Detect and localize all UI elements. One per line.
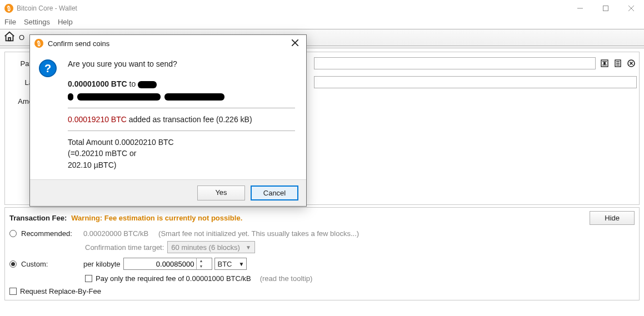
fee-header: Transaction Fee: Warning: Fee estimation… [9,211,635,225]
confirmation-target-label: Confirmation time target: [85,243,164,252]
confirmation-target-value: 60 minutes (6 blocks) [171,243,240,252]
redacted-address [77,93,161,101]
toolbar-tab-label[interactable]: O [19,33,24,42]
custom-fee-value[interactable] [124,259,196,269]
dialog-titlebar: ₿ Confirm send coins [30,35,306,52]
window-title: Bitcoin Core - Wallet [17,4,77,12]
dialog-buttons: Yes Cancel [30,179,306,206]
menu-help[interactable]: Help [58,18,73,26]
recommended-row: Recommended: 0.00020000 BTC/kB (Smart fe… [9,229,635,238]
recommended-note: (Smart fee not initialized yet. This usu… [158,229,359,238]
recommended-label: Recommended: [21,229,83,238]
yes-button[interactable]: Yes [197,185,245,200]
fee-amount: 0.00019210 BTC [68,115,127,124]
svg-rect-1 [603,6,608,11]
menu-settings[interactable]: Settings [24,18,50,26]
send-amount: 0.00001000 BTC [68,79,127,88]
hide-button[interactable]: Hide [590,211,635,225]
dialog-body: ? Are you sure you want to send? 0.00001… [30,52,306,179]
to-word: to [127,79,136,88]
pay-to-input[interactable] [314,57,596,69]
recommended-value: 0.00020000 BTC/kB [83,229,148,238]
pay-to-actions [599,58,637,69]
label-input[interactable] [314,76,637,88]
total-line: Total Amount 0.00020210 BTC [68,137,295,148]
overview-icon[interactable] [3,31,16,44]
fee-rest: added as transaction fee (0.226 kB) [127,115,252,124]
close-button[interactable] [618,0,644,17]
custom-radio[interactable] [9,260,17,268]
total-conversion-1: (=0.20210 mBTC or [68,148,295,159]
chevron-down-icon: ▼ [246,244,251,250]
pay-only-required-row: Pay only the required fee of 0.00001000 … [85,274,635,283]
cancel-button[interactable]: Cancel [251,185,298,200]
recommended-radio[interactable] [9,230,17,237]
paste-icon[interactable] [612,58,623,69]
fee-line: 0.00019210 BTC added as transaction fee … [68,114,295,125]
dialog-close-button[interactable] [288,38,302,48]
clear-icon[interactable] [626,58,637,69]
spinner-arrows[interactable]: ▲▼ [196,258,205,269]
read-tooltip-label: (read the tooltip) [260,274,313,283]
redacted-address [68,93,73,101]
maximize-button[interactable] [593,0,618,17]
confirm-send-dialog: ₿ Confirm send coins ? Are you sure you … [29,34,307,207]
rbf-label: Request Replace-By-Fee [20,287,101,295]
divider [68,131,295,131]
pay-only-required-label: Pay only the required fee of 0.00001000 … [96,274,251,283]
rbf-checkbox[interactable] [9,288,17,295]
dialog-title: Confirm send coins [48,39,109,48]
question-icon: ? [39,59,57,77]
transaction-fee-panel: Transaction Fee: Warning: Fee estimation… [4,207,640,300]
redacted-address-line [68,91,295,102]
svg-rect-4 [8,38,11,41]
bitcoin-icon: ₿ [4,3,14,14]
confirmation-target-select[interactable]: 60 minutes (6 blocks) ▼ [167,241,254,253]
rbf-row: Request Replace-By-Fee [9,287,635,295]
pay-only-required-checkbox[interactable] [85,275,92,282]
redacted-recipient [138,81,157,88]
custom-label: Custom: [21,260,83,268]
window-controls [567,0,644,17]
total-conversion-2: 202.10 µBTC) [68,159,295,170]
menu-file[interactable]: File [4,18,16,26]
custom-fee-input[interactable]: ▲▼ [123,258,212,270]
custom-row: Custom: per kilobyte ▲▼ BTC ▼ [9,258,635,270]
svg-point-6 [604,63,606,64]
fee-warning: Warning: Fee estimation is currently not… [71,214,590,222]
redacted-address [164,93,224,101]
per-kb-label: per kilobyte [83,260,120,268]
window-titlebar: ₿ Bitcoin Core - Wallet [0,0,644,17]
chevron-down-icon: ▼ [238,261,244,267]
send-amount-line: 0.00001000 BTC to [68,78,295,89]
divider [68,108,295,108]
confirmation-target-row: Confirmation time target: 60 minutes (6 … [85,241,635,253]
fee-unit-select[interactable]: BTC ▼ [214,258,247,270]
bitcoin-icon: ₿ [34,38,44,49]
menubar: File Settings Help [0,17,644,29]
address-book-icon[interactable] [599,58,610,69]
fee-unit-value: BTC [217,260,232,268]
transaction-fee-label: Transaction Fee: [9,214,67,222]
dialog-content: Are you sure you want to send? 0.0000100… [68,58,295,170]
dialog-question: Are you sure you want to send? [68,58,295,69]
minimize-button[interactable] [567,0,593,17]
